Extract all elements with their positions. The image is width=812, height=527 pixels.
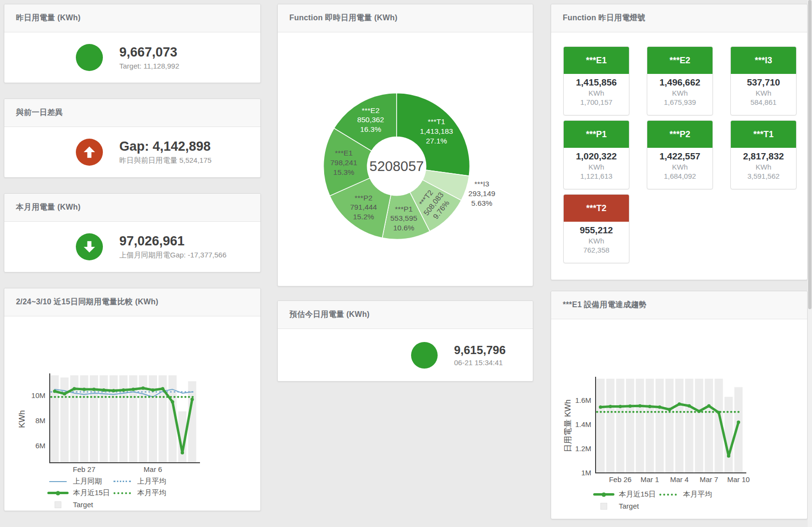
legend-item-line-green[interactable]: 本月近15日 — [47, 488, 111, 498]
legend-item-square[interactable]: Target — [593, 501, 657, 511]
dot-green-swatch-icon — [111, 492, 133, 494]
panel-body: 1M1.2M1.4M1.6MFeb 26Mar 1Mar 4Mar 7Mar 1… — [551, 319, 807, 519]
tile-unit: KWh — [564, 163, 629, 171]
svg-text:1.6M: 1.6M — [575, 396, 591, 404]
panel-body: ***T11,413,18327.1%***I3293,1495.63%***T… — [278, 32, 533, 286]
svg-text:1M: 1M — [581, 469, 591, 477]
panel-header: 昨日用電量 (KWh) — [4, 4, 260, 32]
panel-today-estimate: 預估今日用電量 (KWh) 9,615,796 06-21 15:34:41 — [277, 300, 533, 382]
legend-label: 本月平均 — [137, 488, 166, 498]
light-tile-T2: ***T2955,212KWh762,358 — [563, 194, 629, 263]
legend-item-dot-blue[interactable]: 上月平均 — [111, 476, 175, 486]
tile-target: 1,675,939 — [647, 98, 712, 106]
svg-text:***P2: ***P2 — [355, 194, 372, 202]
panel-header: 2/24~3/10 近15日同期用電量比較 (KWh) — [4, 288, 260, 316]
legend-item-line-green[interactable]: 本月近15日 — [593, 489, 657, 499]
svg-text:日用電量 KWh: 日用電量 KWh — [563, 399, 572, 453]
svg-text:Mar 10: Mar 10 — [727, 475, 750, 484]
line-green-swatch-icon — [593, 493, 615, 496]
legend-label: 本月平均 — [683, 490, 712, 499]
panel-title[interactable]: Function 即時日用電量 (KWh) — [289, 13, 398, 23]
dot-blue-swatch-icon — [111, 481, 133, 482]
tile-name: ***P1 — [564, 121, 629, 148]
stat-subtitle: 上個月同期用電Gap: -17,377,566 — [119, 251, 227, 260]
svg-text:Mar 4: Mar 4 — [670, 475, 688, 484]
svg-text:15.2%: 15.2% — [353, 213, 374, 221]
tile-target: 1,700,157 — [564, 98, 629, 106]
tile-name: ***P2 — [647, 121, 712, 148]
panel-body: 9,667,073 Target: 11,128,992 — [4, 32, 260, 83]
svg-text:27.1%: 27.1% — [426, 137, 447, 145]
panel-body: Gap: 4,142,898 昨日與前日用電量 5,524,175 — [4, 127, 260, 177]
svg-text:Mar 6: Mar 6 — [143, 465, 162, 473]
svg-text:798,241: 798,241 — [330, 158, 357, 167]
legend-item-square[interactable]: Target — [47, 499, 111, 510]
panel-header: 與前一日差異 — [4, 99, 260, 127]
svg-text:293,149: 293,149 — [469, 189, 496, 198]
legend-row: 上月同期上月平均 — [47, 476, 175, 486]
page-scrollbar[interactable] — [808, 0, 812, 527]
panel-lights: Function 昨日用電燈號 ***E11,415,856KWh1,700,1… — [551, 4, 808, 280]
tile-value: 537,710 — [731, 77, 796, 88]
svg-text:***T1: ***T1 — [428, 117, 445, 126]
tile-value: 955,212 — [564, 225, 629, 236]
panel-title[interactable]: 本月用電量 (KWh) — [16, 202, 81, 213]
stat-value: Gap: 4,142,898 — [119, 139, 212, 154]
panel-compare15: 2/24~3/10 近15日同期用電量比較 (KWh) 6M8M10MFeb 2… — [4, 288, 261, 511]
tile-unit: KWh — [731, 163, 796, 171]
svg-text:Feb 26: Feb 26 — [609, 475, 632, 484]
donut-center-total: 5208057 — [370, 158, 424, 174]
scrollbar-thumb[interactable] — [808, 0, 812, 309]
tile-target: 3,591,562 — [731, 172, 796, 180]
tile-target: 762,358 — [564, 246, 629, 254]
tile-name: ***E2 — [647, 47, 712, 74]
panel-title[interactable]: 2/24~3/10 近15日同期用電量比較 (KWh) — [16, 297, 158, 307]
tile-target: 1,684,092 — [647, 172, 712, 180]
light-tile-P1: ***P11,020,322KWh1,121,613 — [563, 120, 629, 189]
stat-subtitle: Target: 11,128,992 — [119, 62, 179, 70]
svg-text:Mar 7: Mar 7 — [699, 475, 718, 484]
panel-e1-trend: ***E1 設備用電達成趨勢 1M1.2M1.4M1.6MFeb 26Mar 1… — [551, 291, 808, 519]
svg-text:553,595: 553,595 — [390, 214, 417, 222]
svg-text:***P1: ***P1 — [395, 205, 413, 213]
light-tile-T1: ***T12,817,832KWh3,591,562 — [730, 120, 797, 189]
square-swatch-icon — [593, 503, 615, 510]
panel-month-usage: 本月用電量 (KWh) 97,026,961 上個月同期用電Gap: -17,3… — [4, 193, 261, 272]
realtime-donut-chart[interactable]: ***T11,413,18327.1%***I3293,1495.63%***T… — [278, 32, 533, 286]
legend-label: 本月近15日 — [73, 488, 110, 498]
line-green-swatch-icon — [47, 492, 69, 494]
tile-name: ***I3 — [731, 47, 796, 74]
legend-row: Target — [593, 501, 721, 511]
stat-subtitle: 昨日與前日用電量 5,524,175 — [119, 156, 212, 165]
legend-item-dot-green[interactable]: 本月平均 — [111, 488, 175, 498]
panel-body: 6M8M10MFeb 27Mar 6KWh 上月同期上月平均本月近15日本月平均… — [4, 316, 260, 511]
stat-value: 97,026,961 — [119, 234, 227, 249]
svg-text:791,444: 791,444 — [350, 203, 377, 211]
legend-item-line-blue[interactable]: 上月同期 — [47, 476, 111, 486]
svg-text:Feb 27: Feb 27 — [73, 465, 96, 473]
svg-text:850,362: 850,362 — [357, 115, 384, 124]
panel-title[interactable]: Function 昨日用電燈號 — [563, 13, 645, 23]
svg-text:1.2M: 1.2M — [575, 444, 591, 453]
stat-text: Gap: 4,142,898 昨日與前日用電量 5,524,175 — [119, 139, 212, 165]
panel-title[interactable]: ***E1 設備用電達成趨勢 — [563, 300, 647, 310]
legend-item-dot-green[interactable]: 本月平均 — [657, 489, 721, 499]
svg-text:8M: 8M — [35, 416, 45, 425]
dot-green-swatch-icon — [657, 494, 679, 496]
tile-unit: KWh — [731, 89, 796, 97]
legend-label: Target — [73, 500, 93, 509]
stat-value: 9,667,073 — [119, 45, 179, 60]
tile-unit: KWh — [564, 89, 629, 97]
stat-value: 9,615,796 — [454, 343, 506, 357]
dashboard-page: 昨日用電量 (KWh) 9,667,073 Target: 11,128,992… — [0, 0, 812, 527]
stat-text: 9,615,796 06-21 15:34:41 — [454, 343, 506, 367]
tile-value: 1,020,322 — [564, 151, 629, 162]
line-blue-swatch-icon — [47, 481, 69, 482]
panel-title[interactable]: 與前一日差異 — [16, 108, 63, 118]
tile-target: 1,121,613 — [564, 172, 629, 180]
svg-text:Mar 1: Mar 1 — [641, 475, 659, 484]
panel-day-gap: 與前一日差異 Gap: 4,142,898 昨日與前日用電量 5,524,175 — [4, 99, 261, 178]
panel-title[interactable]: 昨日用電量 (KWh) — [16, 13, 81, 23]
panel-title[interactable]: 預估今日用電量 (KWh) — [289, 310, 370, 320]
square-swatch-icon — [47, 501, 69, 508]
